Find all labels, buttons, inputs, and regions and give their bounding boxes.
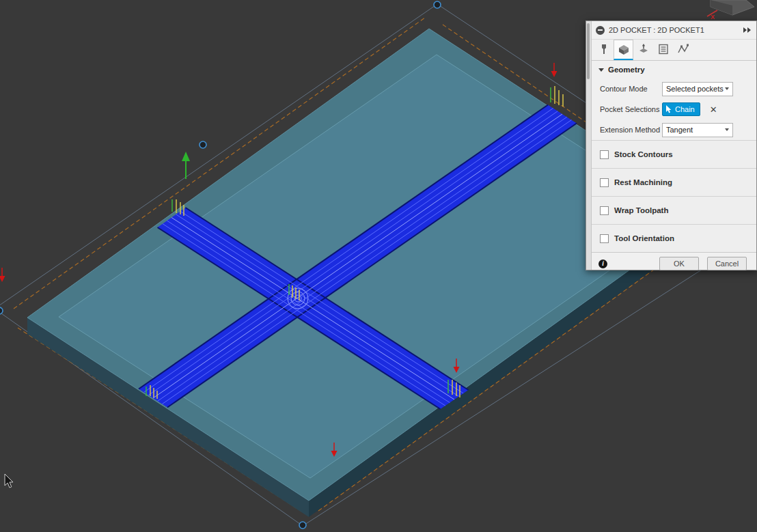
extension-method-row: Extension Method Tangent xyxy=(592,120,756,140)
wrap-toolpath-label: Wrap Toolpath xyxy=(614,206,668,214)
tab-tool[interactable] xyxy=(594,40,614,60)
tab-geometry[interactable] xyxy=(614,40,633,60)
rest-machining-label: Rest Machining xyxy=(614,178,672,186)
tool-orientation-label: Tool Orientation xyxy=(614,234,674,242)
passes-tab-icon xyxy=(657,43,670,55)
dialog-titlebar: 2D POCKET : 2D POCKET1 xyxy=(592,21,756,40)
tab-passes[interactable] xyxy=(653,40,673,60)
extension-method-value: Tangent xyxy=(666,126,693,134)
operation-minus-circle-icon[interactable] xyxy=(596,26,605,35)
chain-chip-label: Chain xyxy=(675,105,695,113)
arrow-right-icon xyxy=(743,27,747,33)
cursor-arrow-icon xyxy=(665,105,672,113)
stock-contours-checkbox[interactable] xyxy=(600,150,609,159)
tab-heights[interactable] xyxy=(633,40,653,60)
pocket-selections-row: Pocket Selections Chain ✕ xyxy=(592,99,756,120)
contour-mode-value: Selected pockets xyxy=(666,85,724,93)
contour-mode-label: Contour Mode xyxy=(600,85,648,93)
dialog-scrollbar-thumb[interactable] xyxy=(587,23,590,79)
stock-contours-label: Stock Contours xyxy=(614,150,673,158)
application-window: { "viewcube": { "axis_x_label": "X" }, "… xyxy=(0,0,757,532)
tool-tab-icon xyxy=(598,43,610,55)
expand-panel-icon[interactable] xyxy=(743,27,751,33)
arrow-right-icon xyxy=(747,27,751,33)
info-icon[interactable]: i xyxy=(598,260,607,268)
contour-mode-row: Contour Mode Selected pockets xyxy=(592,79,756,99)
chain-selection-chip[interactable]: Chain xyxy=(662,102,700,116)
section-label: Geometry xyxy=(608,66,645,74)
contour-mode-select[interactable]: Selected pockets xyxy=(662,82,733,96)
geometry-tab-icon xyxy=(618,44,630,56)
extension-method-select[interactable]: Tangent xyxy=(662,123,733,137)
heights-tab-icon xyxy=(637,43,650,55)
dialog-scrollbar[interactable] xyxy=(586,21,592,270)
chevron-down-icon xyxy=(725,128,729,131)
cancel-button[interactable]: Cancel xyxy=(707,257,747,270)
dialog-tab-bar xyxy=(592,40,756,61)
rest-machining-group: Rest Machining xyxy=(592,168,756,196)
linking-tab-icon xyxy=(677,43,689,55)
viewcube-x-label: X xyxy=(711,14,715,20)
wrap-toolpath-group: Wrap Toolpath xyxy=(592,196,756,224)
extension-method-label: Extension Method xyxy=(600,126,660,134)
tab-linking[interactable] xyxy=(673,40,693,60)
stock-contours-group: Stock Contours xyxy=(592,140,756,168)
tool-orientation-checkbox[interactable] xyxy=(600,234,609,243)
dialog-title: 2D POCKET : 2D POCKET1 xyxy=(609,26,743,34)
chevron-down-icon xyxy=(598,68,604,72)
ok-button[interactable]: OK xyxy=(659,257,699,270)
geometry-section-header[interactable]: Geometry xyxy=(592,61,756,79)
rest-machining-checkbox[interactable] xyxy=(600,178,609,187)
chevron-down-icon xyxy=(725,87,729,90)
clear-selection-icon[interactable]: ✕ xyxy=(710,105,717,114)
pocket-selections-controls: Chain ✕ xyxy=(662,102,733,116)
dialog-content: 2D POCKET : 2D POCKET1 xyxy=(592,21,756,270)
2d-pocket-dialog: 2D POCKET : 2D POCKET1 xyxy=(586,20,757,270)
wrap-toolpath-checkbox[interactable] xyxy=(600,206,609,215)
tool-orientation-group: Tool Orientation xyxy=(592,224,756,252)
pocket-selections-label: Pocket Selections xyxy=(600,105,659,113)
dialog-footer: i OK Cancel xyxy=(592,252,756,275)
